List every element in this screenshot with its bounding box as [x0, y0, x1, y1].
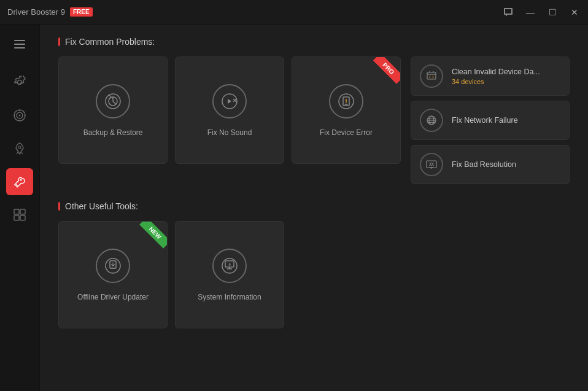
backup-restore-label: Backup & Restore: [77, 128, 149, 137]
fix-network-title: Fix Network Failure: [452, 116, 518, 125]
sidebar-item-settings[interactable]: [6, 69, 33, 96]
clean-invalid-icon: [420, 64, 443, 88]
sidebar-item-grid[interactable]: [6, 201, 33, 228]
fix-no-sound-icon: [212, 84, 247, 118]
fix-resolution-title: Fix Bad Resolution: [452, 160, 516, 169]
svg-point-6: [19, 115, 21, 117]
fix-resolution-item[interactable]: Fix Bad Resolution: [411, 145, 570, 184]
fix-resolution-icon: [420, 153, 443, 176]
fix-device-error-label: Fix Device Error: [314, 128, 379, 137]
offline-updater-card[interactable]: Offline Driver Updater: [58, 221, 168, 328]
svg-rect-9: [14, 209, 19, 214]
svg-rect-29: [427, 161, 436, 168]
main-content: Fix Common Problems: Backup & Restore: [40, 25, 588, 391]
hamburger-menu-icon[interactable]: [9, 34, 30, 56]
backup-restore-card[interactable]: Backup & Restore: [58, 56, 168, 164]
minimize-button[interactable]: —: [524, 6, 536, 18]
app-body: Fix Common Problems: Backup & Restore: [0, 25, 588, 391]
title-bar-controls: — ☐ ✕: [502, 6, 581, 18]
system-info-label: System Information: [191, 293, 267, 301]
svg-rect-20: [427, 72, 436, 79]
svg-point-32: [430, 163, 433, 166]
sidebar: [0, 25, 40, 391]
svg-rect-11: [14, 215, 19, 220]
offline-updater-icon: [96, 249, 130, 283]
tools-grid: Offline Driver Updater S: [58, 221, 570, 328]
new-badge: [136, 222, 167, 252]
fix-network-item[interactable]: Fix Network Failure: [411, 101, 570, 140]
fix-problems-section-title: Fix Common Problems:: [58, 37, 570, 47]
offline-updater-label: Offline Driver Updater: [71, 293, 155, 301]
sidebar-item-tools[interactable]: [6, 168, 33, 195]
system-info-card[interactable]: System Information: [175, 221, 284, 328]
right-panel: Clean Invalid Device Da... 34 devices: [411, 56, 570, 184]
svg-rect-10: [20, 209, 25, 214]
sidebar-item-rocket[interactable]: [6, 135, 33, 162]
fix-network-icon: [420, 109, 443, 132]
svg-point-8: [20, 179, 22, 181]
fix-resolution-text: Fix Bad Resolution: [452, 160, 516, 169]
free-badge: FREE: [70, 7, 93, 17]
fix-cards-grid: Backup & Restore Fix No Sound: [58, 56, 401, 184]
clean-invalid-item[interactable]: Clean Invalid Device Da... 34 devices: [411, 56, 570, 96]
app-title: Driver Booster 9: [7, 7, 65, 17]
close-button[interactable]: ✕: [568, 6, 581, 18]
fix-device-error-card[interactable]: Fix Device Error: [292, 56, 401, 164]
clean-invalid-text: Clean Invalid Device Da... 34 devices: [452, 68, 540, 85]
fix-problems-section: Backup & Restore Fix No Sound: [58, 56, 570, 184]
svg-rect-2: [14, 47, 25, 48]
tools-section: Other Useful Tools: Offline Driver Upd: [58, 201, 570, 328]
title-bar: Driver Booster 9 FREE — ☐ ✕: [0, 0, 588, 25]
maximize-button[interactable]: ☐: [546, 6, 559, 18]
clean-invalid-title: Clean Invalid Device Da...: [452, 68, 540, 76]
fix-no-sound-card[interactable]: Fix No Sound: [175, 56, 284, 164]
fix-network-text: Fix Network Failure: [452, 116, 518, 125]
title-bar-left: Driver Booster 9 FREE: [7, 7, 93, 17]
chat-button[interactable]: [502, 6, 514, 18]
svg-rect-0: [14, 40, 25, 41]
sidebar-item-boost[interactable]: [6, 102, 33, 129]
svg-rect-1: [14, 44, 25, 45]
svg-point-7: [18, 146, 21, 149]
system-info-icon: [212, 249, 247, 283]
tools-section-title: Other Useful Tools:: [58, 201, 570, 211]
backup-restore-icon: [96, 84, 130, 118]
clean-invalid-sub: 34 devices: [452, 78, 540, 85]
svg-rect-12: [20, 215, 25, 220]
fix-device-error-icon: [329, 84, 363, 118]
pro-badge: [369, 57, 400, 88]
fix-no-sound-label: Fix No Sound: [201, 128, 258, 137]
